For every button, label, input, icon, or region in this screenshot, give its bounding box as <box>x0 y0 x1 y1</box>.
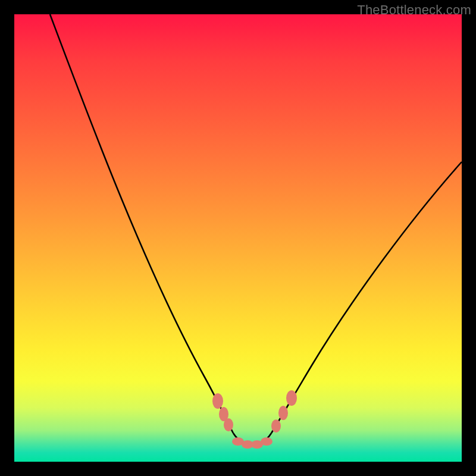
marker-dot <box>271 419 281 433</box>
marker-dot <box>224 418 233 431</box>
marker-dot <box>278 406 288 420</box>
curve-right-arm <box>271 162 462 433</box>
marker-dot <box>212 393 223 409</box>
chart-plot-area <box>14 14 462 462</box>
marker-dot <box>261 437 273 446</box>
watermark-label: TheBottleneck.com <box>357 2 471 18</box>
curve-left-arm <box>50 14 233 433</box>
bottleneck-curve <box>14 14 462 462</box>
marker-dot <box>286 390 297 406</box>
